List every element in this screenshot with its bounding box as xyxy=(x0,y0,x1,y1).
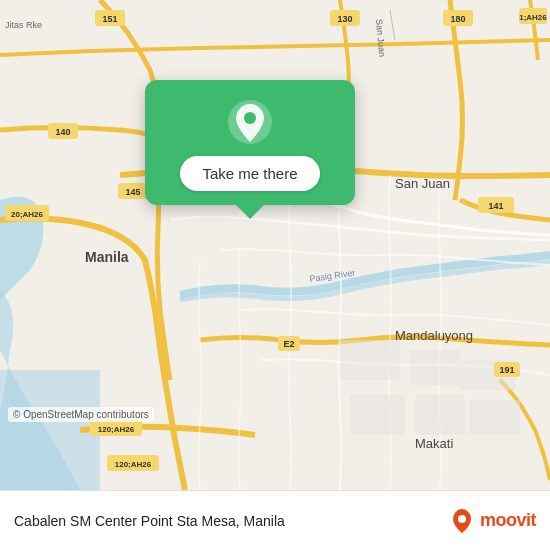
svg-text:145: 145 xyxy=(125,187,140,197)
svg-text:191: 191 xyxy=(499,365,514,375)
moovit-logo: moovit xyxy=(448,507,536,535)
take-me-there-button[interactable]: Take me there xyxy=(180,156,319,191)
svg-text:Jitas Rke: Jitas Rke xyxy=(5,20,42,30)
svg-text:140: 140 xyxy=(55,127,70,137)
moovit-icon xyxy=(448,507,476,535)
svg-text:141: 141 xyxy=(488,201,503,211)
svg-text:20;AH26: 20;AH26 xyxy=(11,210,44,219)
location-popup: Take me there xyxy=(145,80,355,205)
svg-text:Makati: Makati xyxy=(415,436,453,451)
map-attribution: © OpenStreetMap contributors xyxy=(8,407,154,422)
location-name: Cabalen SM Center Point Sta Mesa, Manila xyxy=(14,513,448,529)
svg-text:130: 130 xyxy=(337,14,352,24)
svg-rect-3 xyxy=(410,350,460,385)
svg-rect-5 xyxy=(350,395,405,435)
svg-text:1;AH26: 1;AH26 xyxy=(519,13,547,22)
svg-text:180: 180 xyxy=(450,14,465,24)
svg-text:E2: E2 xyxy=(283,339,294,349)
location-pin-icon xyxy=(226,98,274,146)
svg-text:120;AH26: 120;AH26 xyxy=(115,460,152,469)
moovit-text: moovit xyxy=(480,510,536,531)
svg-point-44 xyxy=(458,515,466,523)
svg-text:Manila: Manila xyxy=(85,249,129,265)
svg-rect-6 xyxy=(415,395,465,435)
svg-text:Mandaluyong: Mandaluyong xyxy=(395,328,473,343)
svg-point-43 xyxy=(244,112,256,124)
map-view: 151 130 140 170 180 141 145 E2 20;AH26 1… xyxy=(0,0,550,490)
bottom-info-bar: Cabalen SM Center Point Sta Mesa, Manila… xyxy=(0,490,550,550)
svg-text:120;AH26: 120;AH26 xyxy=(98,425,135,434)
svg-text:San Juan: San Juan xyxy=(395,176,450,191)
svg-rect-2 xyxy=(340,340,400,380)
svg-text:151: 151 xyxy=(102,14,117,24)
svg-rect-7 xyxy=(470,400,520,435)
